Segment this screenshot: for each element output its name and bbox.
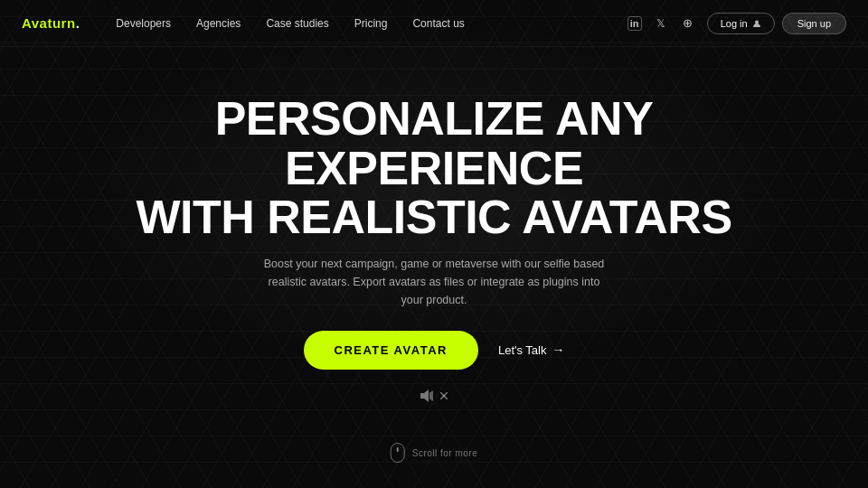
- discord-icon[interactable]: ⊕: [680, 15, 696, 32]
- nav-item-case-studies[interactable]: Case studies: [266, 17, 328, 30]
- volume-button[interactable]: [420, 389, 448, 402]
- user-icon: [752, 19, 761, 28]
- scroll-label: Scroll for more: [412, 448, 478, 458]
- nav-item-contact-us[interactable]: Contact us: [412, 17, 464, 30]
- login-label: Log in: [721, 18, 748, 29]
- mute-icon: [440, 392, 448, 399]
- volume-icon: [420, 389, 437, 402]
- nav-item-agencies[interactable]: Agencies: [196, 17, 241, 30]
- logo-dot: .: [76, 15, 80, 31]
- scroll-mouse-icon: [391, 443, 405, 463]
- signup-label: Sign up: [797, 18, 831, 29]
- nav-links: Developers Agencies Case studies Pricing…: [116, 17, 627, 30]
- lets-talk-button[interactable]: Let's Talk →: [498, 343, 565, 357]
- hero-cta: CREATE AVATAR Let's Talk →: [304, 331, 565, 370]
- signup-button[interactable]: Sign up: [782, 13, 846, 34]
- social-icons: in 𝕏 ⊕: [627, 15, 696, 32]
- scroll-dot: [397, 447, 399, 452]
- hero-title-line2: WITH REALISTIC AVATARS: [136, 191, 731, 243]
- logo[interactable]: Avaturn.: [22, 15, 80, 31]
- linkedin-icon[interactable]: in: [627, 16, 642, 31]
- scroll-indicator: Scroll for more: [391, 443, 478, 463]
- create-avatar-button[interactable]: CREATE AVATAR: [304, 331, 478, 370]
- hero-title-line1: PERSONALIZE ANY EXPERIENCE: [215, 92, 654, 194]
- hero-title: PERSONALIZE ANY EXPERIENCE WITH REALISTI…: [90, 94, 778, 242]
- svg-marker-1: [420, 389, 429, 402]
- logo-text: Avaturn: [22, 15, 76, 31]
- navbar: Avaturn. Developers Agencies Case studie…: [0, 0, 868, 47]
- arrow-right-icon: →: [552, 343, 564, 357]
- login-button[interactable]: Log in: [707, 13, 775, 34]
- create-avatar-label: CREATE AVATAR: [335, 343, 448, 357]
- volume-control: [0, 389, 868, 402]
- twitter-icon[interactable]: 𝕏: [653, 15, 669, 32]
- hero-section: PERSONALIZE ANY EXPERIENCE WITH REALISTI…: [0, 47, 868, 370]
- svg-point-0: [755, 20, 759, 23]
- lets-talk-label: Let's Talk: [498, 343, 547, 357]
- nav-item-developers[interactable]: Developers: [116, 17, 171, 30]
- hero-subtitle: Boost your next campaign, game or metave…: [262, 255, 606, 309]
- nav-item-pricing[interactable]: Pricing: [354, 17, 388, 30]
